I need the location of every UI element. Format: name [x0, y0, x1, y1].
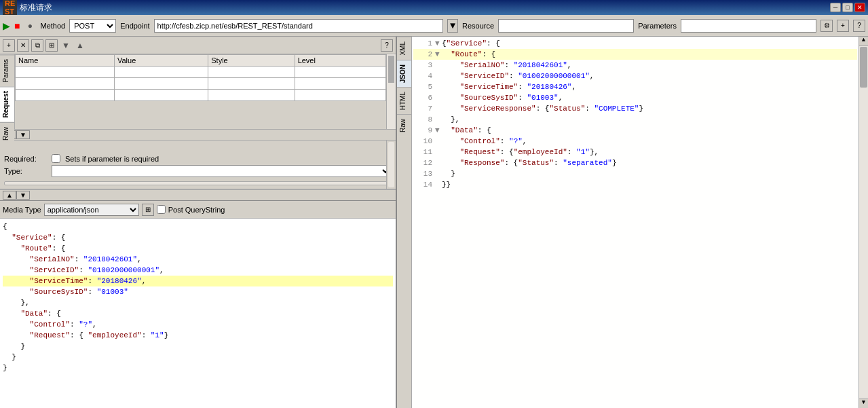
- add-button-toolbar[interactable]: +: [837, 20, 849, 32]
- required-check-label: Sets if parameter is required: [65, 155, 159, 163]
- line-number: 6: [413, 92, 432, 103]
- scroll-thumb[interactable]: [860, 47, 867, 88]
- expand-body-button[interactable]: ⊞: [142, 204, 154, 216]
- sort-down-button[interactable]: ▼: [60, 39, 72, 52]
- scroll-down-btn[interactable]: ▼: [859, 398, 868, 408]
- add-param-button[interactable]: +: [3, 39, 15, 52]
- body-content-area[interactable]: { "Service": { "Route": { "SerialNO": "2…: [0, 219, 396, 408]
- title-bar: REST 标准请求 ─ □ ✕: [0, 0, 868, 15]
- table-row: [16, 90, 386, 101]
- line-content: "SerialNO": "2018042601",: [442, 60, 571, 71]
- collapse-icon: [435, 60, 442, 71]
- detail-scrollbar[interactable]: [386, 141, 396, 189]
- tab-request[interactable]: Request: [0, 86, 14, 122]
- line-number: 5: [413, 81, 432, 92]
- response-line: 5 "ServiceTime": "20180426",: [413, 81, 857, 92]
- delete-param-button[interactable]: ✕: [17, 39, 29, 52]
- response-scrollbar[interactable]: ▲ ▼: [858, 37, 868, 408]
- line-number: 11: [413, 147, 432, 157]
- response-line: 1▼{"Service": {: [413, 38, 857, 49]
- copy-param-button[interactable]: ⧉: [31, 39, 43, 52]
- app-icon: REST: [3, 0, 17, 16]
- collapse-icon[interactable]: ▼: [435, 38, 442, 49]
- response-line: 9▼ "Data": {: [413, 125, 857, 136]
- required-label: Required:: [4, 155, 52, 163]
- line-content: "Request": {"employeeId": "1"},: [442, 147, 599, 157]
- collapse-icon: [435, 81, 442, 92]
- response-line: 14}}: [413, 179, 857, 190]
- response-line: 2▼ "Route": {: [413, 49, 857, 60]
- help-param-button[interactable]: ?: [381, 39, 393, 52]
- line-number: 13: [413, 168, 432, 179]
- body-section: Media Type application/json application/…: [0, 201, 396, 408]
- close-button[interactable]: ✕: [854, 3, 865, 12]
- response-json-content[interactable]: 1▼{"Service": {2▼ "Route": {3 "SerialNO"…: [412, 37, 858, 408]
- line-content: },: [442, 114, 459, 125]
- params-table: Name Value Style Level: [15, 54, 386, 129]
- endpoint-dropdown[interactable]: ▼: [447, 19, 458, 33]
- response-tab-xml[interactable]: XML: [397, 37, 411, 60]
- collapse-icon: [435, 179, 442, 190]
- response-content-area: XML JSON HTML Raw 1▼{"Service": {2▼ "Rou…: [397, 37, 868, 408]
- col-level: Level: [295, 55, 385, 67]
- collapse-icon: [435, 71, 442, 81]
- detail-expand-down-btn[interactable]: ▼: [16, 191, 30, 200]
- required-row: Required: Sets if parameter is required: [4, 154, 392, 163]
- type-label: Type:: [4, 167, 52, 175]
- view-param-button[interactable]: ⊞: [45, 39, 58, 52]
- method-label: Method: [40, 22, 65, 30]
- help-button[interactable]: ?: [853, 20, 865, 32]
- maximize-button[interactable]: □: [842, 3, 853, 12]
- response-line: 12 "Response": {"Status": "separated"}: [413, 157, 857, 168]
- response-side-tabs: XML JSON HTML Raw: [397, 37, 412, 408]
- collapse-icon[interactable]: ▼: [435, 125, 442, 136]
- media-type-select[interactable]: application/json application/xml text/pl…: [44, 204, 139, 216]
- side-tabs-left: Params Request Raw: [0, 54, 15, 129]
- line-content: }}: [442, 179, 451, 190]
- stop-button[interactable]: ■: [14, 20, 20, 31]
- endpoint-input[interactable]: [154, 19, 443, 33]
- line-number: 9: [413, 125, 432, 136]
- response-line: 7 "ServiceResponse": {"Status": "COMPLET…: [413, 103, 857, 114]
- collapse-icon: [435, 92, 442, 103]
- endpoint-label: Endpoint: [120, 22, 149, 30]
- collapse-icon: [435, 136, 442, 147]
- type-select[interactable]: string number boolean: [52, 165, 392, 177]
- right-panel: XML JSON HTML Raw 1▼{"Service": {2▼ "Rou…: [397, 37, 868, 408]
- col-value: Value: [114, 55, 208, 67]
- collapse-icon: [435, 168, 442, 179]
- response-line: 13 }: [413, 168, 857, 179]
- options-button[interactable]: ⚙: [820, 20, 833, 32]
- sort-up-button[interactable]: ▲: [74, 39, 86, 52]
- line-number: 12: [413, 157, 432, 168]
- params-scrollbar[interactable]: [386, 54, 396, 129]
- run-button[interactable]: ▶: [3, 20, 10, 31]
- method-select[interactable]: POST GET PUT DELETE: [69, 19, 116, 33]
- required-checkbox[interactable]: [52, 154, 60, 163]
- scroll-track: [859, 46, 868, 398]
- minimize-button[interactable]: ─: [830, 3, 841, 12]
- scroll-up-btn[interactable]: ▲: [859, 37, 868, 46]
- response-tab-raw[interactable]: Raw: [397, 114, 411, 136]
- line-number: 2: [413, 49, 432, 60]
- params-toolbar: + ✕ ⧉ ⊞ ▼ ▲ ?: [0, 37, 396, 54]
- collapse-icon[interactable]: ▼: [435, 49, 442, 60]
- post-querystring-checkbox[interactable]: [157, 205, 166, 214]
- params-input[interactable]: [681, 19, 816, 33]
- scrollbar-thumb[interactable]: [388, 56, 394, 83]
- main-container: ▶ ■ ● Method POST GET PUT DELETE Endpoin…: [0, 15, 868, 408]
- response-tab-json[interactable]: JSON: [397, 60, 411, 87]
- line-content: "ServiceResponse": {"Status": "COMPLETE"…: [442, 103, 643, 114]
- params-label: Parameters: [638, 22, 677, 30]
- record-button[interactable]: ●: [24, 20, 36, 32]
- body-toolbar: Media Type application/json application/…: [0, 201, 396, 219]
- line-content: "Route": {: [442, 49, 495, 60]
- tab-params[interactable]: Params: [0, 54, 14, 86]
- resource-input[interactable]: [498, 19, 634, 33]
- table-row: [16, 78, 386, 90]
- scrollbar-track: [387, 54, 396, 129]
- post-querystring-label: Post QueryString: [168, 206, 225, 214]
- expand-down-btn[interactable]: ▼: [16, 130, 30, 139]
- detail-expand-up-btn[interactable]: ▲: [3, 191, 16, 200]
- response-tab-html[interactable]: HTML: [397, 87, 411, 114]
